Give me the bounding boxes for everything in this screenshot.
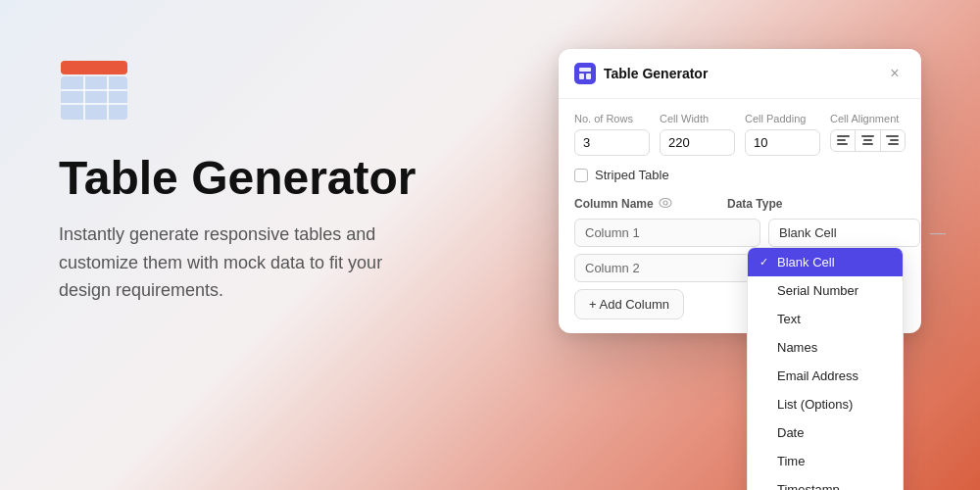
svg-rect-1 <box>61 76 127 120</box>
dropdown-item-names[interactable]: Names <box>748 333 903 362</box>
width-field: Cell Width <box>660 113 735 156</box>
columns-header: Column Name Data Type <box>574 196 906 211</box>
left-panel: Table Generator Instantly generate respo… <box>59 59 470 305</box>
width-label: Cell Width <box>660 113 735 124</box>
dropdown-item-text[interactable]: Text <box>748 305 903 333</box>
dropdown-item-email[interactable]: Email Address <box>748 362 903 390</box>
add-column-button[interactable]: + Add Column <box>574 289 684 319</box>
striped-row: Striped Table <box>574 168 906 182</box>
dialog-icon <box>574 63 596 84</box>
dialog: Table Generator × No. of Rows Cell Width… <box>559 49 921 333</box>
fields-row: No. of Rows Cell Width Cell Padding Cell… <box>574 113 906 156</box>
rows-label: No. of Rows <box>574 113 650 124</box>
striped-checkbox[interactable] <box>574 169 588 182</box>
dialog-body: No. of Rows Cell Width Cell Padding Cell… <box>559 99 921 333</box>
rows-input[interactable] <box>574 129 650 156</box>
dialog-title: Table Generator <box>604 66 708 81</box>
page-description: Instantly generate responsive tables and… <box>59 220 431 305</box>
page-title: Table Generator <box>59 153 470 205</box>
svg-rect-10 <box>837 139 846 141</box>
padding-field: Cell Padding <box>745 113 820 156</box>
align-right-button[interactable] <box>880 130 905 151</box>
column-row-1: Blank Cell ✓ Blank Cell Serial Number Te… <box>574 219 906 247</box>
svg-rect-17 <box>888 143 899 145</box>
dialog-title-row: Table Generator <box>574 63 708 84</box>
striped-label: Striped Table <box>595 168 669 182</box>
dropdown-item-date[interactable]: Date <box>748 418 903 447</box>
svg-rect-7 <box>579 74 584 79</box>
dropdown-item-time[interactable]: Time <box>748 447 903 475</box>
padding-input[interactable] <box>745 129 820 156</box>
svg-rect-16 <box>890 139 899 141</box>
dropdown-overlay: ✓ Blank Cell Serial Number Text Names <box>747 247 904 490</box>
svg-rect-13 <box>863 139 872 141</box>
dropdown-item-blank-cell[interactable]: ✓ Blank Cell <box>748 248 903 276</box>
column-name-header: Column Name <box>574 196 727 211</box>
svg-point-19 <box>663 201 667 205</box>
svg-rect-8 <box>586 74 591 79</box>
svg-rect-6 <box>579 68 591 72</box>
alignment-field: Cell Alignment <box>830 113 906 156</box>
padding-label: Cell Padding <box>745 113 820 124</box>
col-delete-button-1[interactable]: — <box>928 223 948 243</box>
svg-rect-9 <box>837 135 850 137</box>
data-type-header: Data Type <box>727 197 884 211</box>
dropdown-item-serial[interactable]: Serial Number <box>748 276 903 305</box>
alignment-label: Cell Alignment <box>830 113 906 124</box>
dropdown-item-list[interactable]: List (Options) <box>748 390 903 418</box>
svg-rect-15 <box>886 135 899 137</box>
align-center-button[interactable] <box>855 130 879 151</box>
svg-rect-0 <box>61 61 127 74</box>
dialog-header: Table Generator × <box>559 49 921 99</box>
svg-rect-14 <box>862 143 873 145</box>
check-icon: ✓ <box>760 256 771 269</box>
close-button[interactable]: × <box>884 63 906 84</box>
app-icon <box>59 59 137 129</box>
alignment-group <box>830 129 906 152</box>
dropdown-item-timestamp[interactable]: Timestamp <box>748 475 903 490</box>
svg-rect-12 <box>861 135 874 137</box>
svg-rect-11 <box>837 143 848 145</box>
eye-icon <box>659 196 672 211</box>
svg-point-18 <box>660 199 671 208</box>
align-left-button[interactable] <box>831 130 855 151</box>
col-type-container-1: Blank Cell ✓ Blank Cell Serial Number Te… <box>768 219 920 247</box>
column-name-input-2[interactable] <box>574 254 760 282</box>
col-type-select-1[interactable]: Blank Cell <box>768 219 920 247</box>
rows-field: No. of Rows <box>574 113 650 156</box>
column-name-input-1[interactable] <box>574 219 760 247</box>
width-input[interactable] <box>660 129 735 156</box>
